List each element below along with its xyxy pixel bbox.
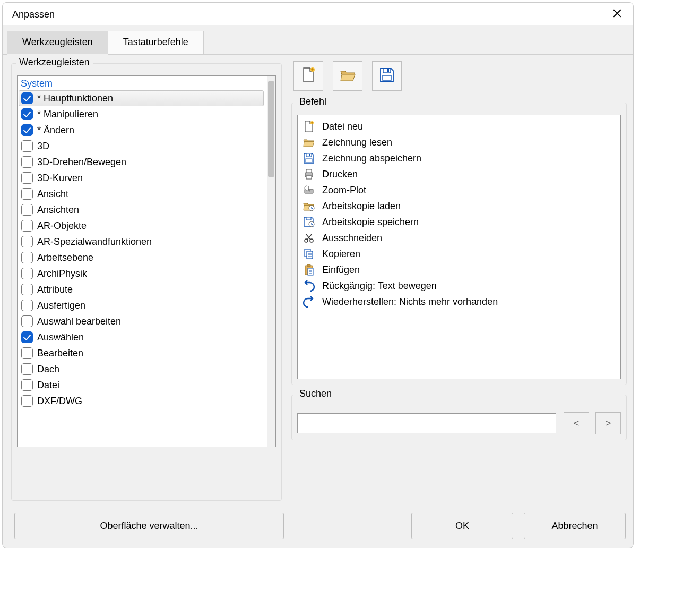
toolbar-item[interactable]: Attribute bbox=[19, 281, 264, 297]
toolbar-checkbox[interactable] bbox=[21, 268, 33, 279]
toolbar-item-label: * Manipulieren bbox=[37, 109, 98, 120]
toolbar-checkbox[interactable] bbox=[21, 315, 33, 327]
toolbar-item[interactable]: Datei bbox=[19, 377, 264, 393]
open-toolbar-button[interactable] bbox=[333, 61, 362, 91]
paste-icon bbox=[302, 263, 316, 277]
toolbar-item[interactable]: 3D-Drehen/Bewegen bbox=[19, 154, 264, 170]
zoom-plot-icon bbox=[302, 183, 316, 197]
toolbar-item[interactable]: 3D-Kurven bbox=[19, 170, 264, 186]
toolbar-checkbox[interactable] bbox=[21, 188, 33, 200]
command-item-label: Rückgängig: Text bewegen bbox=[322, 280, 437, 292]
toolbar-item-label: AR-Spezialwandfunktionen bbox=[37, 236, 152, 247]
svg-rect-2 bbox=[387, 69, 389, 72]
toolbars-group: Werkzeugleisten System* Hauptfunktionen*… bbox=[11, 63, 282, 501]
toolbar-item-label: Dach bbox=[37, 364, 59, 375]
toolbar-checkbox[interactable] bbox=[21, 140, 33, 152]
search-input[interactable] bbox=[297, 413, 556, 433]
dialog-title: Anpassen bbox=[12, 9, 55, 20]
file-new-icon bbox=[302, 119, 316, 133]
toolbar-checkbox[interactable] bbox=[21, 92, 33, 104]
toolbar-checkbox[interactable] bbox=[21, 331, 33, 343]
command-item[interactable]: Einfügen bbox=[301, 262, 617, 278]
command-item[interactable]: Kopieren bbox=[301, 246, 617, 262]
toolbar-checkbox[interactable] bbox=[21, 236, 33, 247]
toolbar-item[interactable]: * Manipulieren bbox=[19, 106, 264, 122]
toolbar-checkbox[interactable] bbox=[21, 363, 33, 375]
toolbar-checkbox[interactable] bbox=[21, 300, 33, 311]
toolbar-checkbox[interactable] bbox=[21, 379, 33, 391]
command-list[interactable]: Datei neuZeichnung lesenZeichnung abspei… bbox=[297, 115, 621, 379]
toolbar-item[interactable]: * Ändern bbox=[19, 122, 264, 138]
toolbar-checkbox[interactable] bbox=[21, 156, 33, 168]
file-new-icon bbox=[300, 66, 317, 86]
load-copy-icon bbox=[302, 199, 316, 213]
svg-rect-10 bbox=[306, 176, 312, 179]
search-prev-button[interactable]: < bbox=[564, 412, 589, 434]
toolbar-checkbox[interactable] bbox=[21, 220, 33, 232]
command-item-label: Ausschneiden bbox=[322, 233, 382, 244]
toolbar-item[interactable]: 3D bbox=[19, 138, 264, 154]
toolbar-item[interactable]: Auswählen bbox=[19, 329, 264, 345]
toolbar-item-label: 3D-Kurven bbox=[37, 173, 83, 184]
command-item[interactable]: Datei neu bbox=[301, 118, 617, 134]
footer: Oberfläche verwalten... OK Abbrechen bbox=[3, 506, 633, 548]
toolbar-item-label: Datei bbox=[37, 380, 59, 391]
command-item-label: Arbeitskopie laden bbox=[322, 201, 401, 212]
search-next-button[interactable]: > bbox=[595, 412, 621, 434]
tab-shortcuts[interactable]: Tastaturbefehle bbox=[108, 31, 204, 55]
toolbar-checkbox[interactable] bbox=[21, 347, 33, 359]
search-group: Suchen < > bbox=[291, 395, 627, 440]
command-item[interactable]: Zeichnung abspeichern bbox=[301, 150, 617, 166]
toolbar-item[interactable]: DXF/DWG bbox=[19, 393, 264, 409]
toolbar-item[interactable]: AR-Objekte bbox=[19, 218, 264, 234]
toolbar-item[interactable]: Auswahl bearbeiten bbox=[19, 313, 264, 329]
tabs: Werkzeugleisten Tastaturbefehle bbox=[3, 30, 633, 54]
toolbars-scrollbar[interactable] bbox=[267, 76, 275, 447]
toolbar-item-label: Arbeitsebene bbox=[37, 252, 93, 263]
command-item[interactable]: Zoom-Plot bbox=[301, 182, 617, 198]
toolbar-checkbox[interactable] bbox=[21, 172, 33, 184]
toolbar-checkbox[interactable] bbox=[21, 108, 33, 120]
command-item[interactable]: Arbeitskopie speichern bbox=[301, 214, 617, 230]
toolbar-item[interactable]: ArchiPhysik bbox=[19, 266, 264, 281]
scrollbar-thumb[interactable] bbox=[268, 81, 274, 177]
toolbar-checkbox[interactable] bbox=[21, 204, 33, 216]
toolbars-category-header: System bbox=[19, 77, 267, 90]
toolbar-checkbox[interactable] bbox=[21, 124, 33, 136]
manage-ui-button[interactable]: Oberfläche verwalten... bbox=[14, 513, 284, 539]
toolbar-item[interactable]: Arbeitsebene bbox=[19, 250, 264, 266]
toolbar-item[interactable]: Ausfertigen bbox=[19, 297, 264, 313]
command-item[interactable]: Wiederherstellen: Nichts mehr vorhanden bbox=[301, 294, 617, 310]
svg-rect-3 bbox=[383, 75, 391, 80]
toolbar-item[interactable]: Bearbeiten bbox=[19, 345, 264, 361]
command-item-label: Drucken bbox=[322, 169, 358, 180]
save-toolbar-button[interactable] bbox=[372, 61, 402, 91]
toolbar-item[interactable]: Ansichten bbox=[19, 202, 264, 218]
ok-button[interactable]: OK bbox=[411, 513, 513, 539]
toolbar-item[interactable]: Dach bbox=[19, 361, 264, 377]
close-button[interactable] bbox=[610, 7, 625, 22]
command-item-label: Einfügen bbox=[322, 264, 360, 276]
toolbars-listbox[interactable]: System* Hauptfunktionen* Manipulieren* Ä… bbox=[17, 75, 276, 447]
svg-rect-1 bbox=[383, 69, 391, 73]
command-item[interactable]: Rückgängig: Text bewegen bbox=[301, 278, 617, 294]
toolbar-item[interactable]: AR-Spezialwandfunktionen bbox=[19, 234, 264, 250]
command-item[interactable]: Arbeitskopie laden bbox=[301, 198, 617, 214]
command-item[interactable]: Zeichnung lesen bbox=[301, 134, 617, 150]
toolbar-checkbox[interactable] bbox=[21, 252, 33, 263]
titlebar: Anpassen bbox=[3, 3, 633, 25]
new-toolbar-button[interactable] bbox=[293, 61, 323, 91]
tab-toolbars[interactable]: Werkzeugleisten bbox=[7, 31, 108, 55]
toolbar-item-label: 3D-Drehen/Bewegen bbox=[37, 157, 126, 168]
svg-rect-7 bbox=[306, 159, 312, 163]
command-item[interactable]: Drucken bbox=[301, 166, 617, 182]
left-column: Werkzeugleisten System* Hauptfunktionen*… bbox=[11, 63, 282, 501]
svg-rect-6 bbox=[309, 154, 310, 156]
command-item[interactable]: Ausschneiden bbox=[301, 230, 617, 246]
toolbar-item[interactable]: * Hauptfunktionen bbox=[19, 90, 264, 106]
save-copy-icon bbox=[302, 215, 316, 229]
toolbar-checkbox[interactable] bbox=[21, 395, 33, 407]
cancel-button[interactable]: Abbrechen bbox=[524, 513, 626, 539]
toolbar-item[interactable]: Ansicht bbox=[19, 186, 264, 202]
toolbar-checkbox[interactable] bbox=[21, 284, 33, 295]
